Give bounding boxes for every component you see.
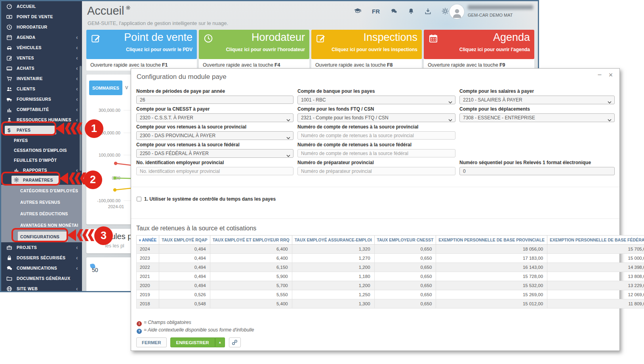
rates-table: ▾ANNÉE TAUX EMPLOYÉ RQAP TAUX EMPLOYÉ ET… xyxy=(136,235,644,308)
table-row[interactable]: 20200,4945,7001,2000,65015 532,0013 229,… xyxy=(137,281,644,290)
column-rrq[interactable]: TAUX EMPLOYÉ ET EMPLOYEUR RRQ xyxy=(210,236,292,245)
sidebar-item-ressources-humaines[interactable]: RESSOURCES HUMAINES ‹ xyxy=(1,115,82,125)
bank-account-select[interactable]: 1001 - RBC xyxy=(297,96,455,104)
sidebar-subitem-categories-employes[interactable]: CATÉGORIES D'EMPLOYÉS xyxy=(1,185,82,196)
svg-text:200,000.00: 200,000.00 xyxy=(99,130,120,135)
chevron-down-icon xyxy=(608,99,612,104)
sidebar-item-projets[interactable]: PROJETS ‹ xyxy=(1,242,82,253)
title-gear-icon[interactable] xyxy=(126,1,131,13)
field-label: Compte pour les déplacements xyxy=(459,106,615,112)
chat-icon[interactable] xyxy=(390,8,398,14)
sidebar-subitem-configurations[interactable]: CONFIGURATIONS xyxy=(1,231,82,242)
preparer-number-input[interactable] xyxy=(297,167,455,175)
chevron-down-icon xyxy=(448,99,452,104)
tile-inspections: Inspections Cliquez ici pour ouvrir les … xyxy=(311,30,422,71)
provincial-employer-id-input[interactable] xyxy=(136,167,293,175)
provincial-das-select[interactable]: 2300 - DAS PROVINCIAL À PAYER xyxy=(136,131,293,140)
field-label: Compte de banque pour les payes xyxy=(297,88,455,94)
sidebar-subitem-rapports[interactable]: RAPPORTS ‹ xyxy=(1,165,82,175)
sidebar-item-accueil[interactable]: ACCUEIL xyxy=(1,1,82,11)
column-exemption-provinciale[interactable]: EXEMPTION PERSONNELLE DE BASE PROVINCIAL… xyxy=(436,236,547,245)
download-icon[interactable] xyxy=(425,8,431,15)
table-row[interactable]: 20210,4945,9001,1800,65015 728,0013 808,… xyxy=(137,272,644,281)
tile-point-de-vente-button[interactable]: Point de vente Cliquez ici pour ouvrir l… xyxy=(86,30,197,59)
truck-icon xyxy=(6,96,12,102)
language-toggle[interactable]: FR xyxy=(372,8,380,15)
table-row[interactable]: 20220,4946,1501,2000,65016 143,0014 398,… xyxy=(137,263,644,272)
sidebar-subitem-feuillets-impot[interactable]: FEUILLETS D'IMPÔT xyxy=(1,155,82,165)
invoice-icon xyxy=(6,65,12,71)
sidebar-item-agenda[interactable]: AGENDA ‹ xyxy=(1,32,82,42)
column-exemption-federale[interactable]: EXEMPTION PERSONNELLE DE BASE FÉDÉRALE xyxy=(547,236,644,245)
federal-das-number-input[interactable] xyxy=(297,149,455,157)
svg-text:-100,000.00: -100,000.00 xyxy=(97,198,120,203)
vehicles-card-title-fragment: ules p xyxy=(111,232,132,241)
sidebar-subitem-parametres[interactable]: PARAMÈTRES xyxy=(1,175,82,185)
sidebar-item-fournisseurs[interactable]: FOURNISSEURS ‹ xyxy=(1,94,82,104)
provincial-das-number-input[interactable] xyxy=(297,131,455,140)
column-rqap[interactable]: TAUX EMPLOYÉ RQAP xyxy=(159,236,210,245)
sidebar-item-communications[interactable]: COMMUNICATIONS ‹ xyxy=(1,263,82,273)
sidebar-subitem-avantages-non-monetaires[interactable]: AVANTAGES NON MONÉTAI... xyxy=(1,219,82,231)
graduation-cap-icon[interactable] xyxy=(354,8,362,14)
vehicles-card-subtitle-fragment: les les pl xyxy=(105,243,124,249)
table-row[interactable]: 20180,5485,4001,3000,65015 012,0011 809,… xyxy=(137,299,644,308)
close-icon[interactable]: × xyxy=(607,71,615,79)
tab-sommaires[interactable]: SOMMAIRES xyxy=(89,80,122,95)
sidebar-item-documents-generaux[interactable]: DOCUMENTS GÉNÉRAUX xyxy=(1,273,82,284)
modal-footer-buttons: FERMER ENREGISTRER ▲ xyxy=(136,337,241,347)
sidebar-item-site-web[interactable]: SITE WEB ‹ xyxy=(1,284,82,291)
sidebar-subitem-autres-deductions[interactable]: AUTRES DÉDUCTIONS xyxy=(1,208,82,219)
periods-input[interactable] xyxy=(136,96,293,104)
sidebar-item-achats[interactable]: ACHATS ‹ xyxy=(1,63,82,73)
column-assurance-emploi[interactable]: TAUX EMPLOYÉ ASSURANCE-EMPLOI xyxy=(292,236,374,245)
config-form: Nombre de périodes de paye par année Com… xyxy=(136,88,615,175)
sidebar-item-dossiers-securises[interactable]: DOSSIERS SÉCURISÉS ‹ xyxy=(1,253,82,263)
account-company: GEM-CAR DEMO MAT xyxy=(468,13,513,17)
calendar-icon xyxy=(429,34,438,45)
table-row[interactable]: 20230,4946,4001,2700,65017 183,0015 000,… xyxy=(137,254,644,263)
tile-horodateur-button[interactable]: Horodateur Cliquez ici pour ouvrir l'hor… xyxy=(199,30,309,59)
sidebar-item-payes[interactable]: $ PAYES xyxy=(1,125,82,135)
column-annee[interactable]: ▾ANNÉE xyxy=(137,236,159,245)
sidebar-item-horodateur[interactable]: HORODATEUR xyxy=(1,22,82,32)
releve1-sequence-input[interactable] xyxy=(459,167,615,175)
account-menu[interactable]: GEM-CAR DEMO MAT xyxy=(450,4,533,19)
settings-gear-icon[interactable] xyxy=(442,8,449,15)
cnesst-account-select[interactable]: 2320 - C.S.S.T. À PAYER xyxy=(136,113,293,122)
travel-account-select[interactable]: 7308 - ESSENCE - ENTREPRISE xyxy=(459,113,615,122)
sidebar-scrollbar[interactable] xyxy=(80,66,82,171)
field-label: Compte pour la CNESST à payer xyxy=(136,106,293,112)
enregistrer-button[interactable]: ENREGISTRER xyxy=(170,337,215,347)
table-row[interactable]: 20190,5265,5501,2500,65015 269,0012 069,… xyxy=(137,290,644,299)
federal-das-select[interactable]: 2250 - DAS FÉDÉRAL À PAYER xyxy=(136,149,293,158)
salaries-account-select[interactable]: 2210 - SALAIRES À PAYER xyxy=(459,96,615,104)
table-row[interactable]: 20240,4946,4001,3200,65018 056,0015 705,… xyxy=(137,245,644,254)
sidebar-item-clients[interactable]: CLIENTS ‹ xyxy=(1,84,82,94)
legend: != Champs obligatoires ?= Aide contextue… xyxy=(137,319,254,334)
screen: ACCUEIL POINT DE VENTE HORODATEUR AGENDA… xyxy=(0,0,644,364)
sidebar-subitem-cessations-emplois[interactable]: CESSATIONS D'EMPLOIS xyxy=(1,145,82,155)
fermer-button[interactable]: FERMER xyxy=(136,337,167,347)
column-cnesst[interactable]: TAUX EMPLOYEUR CNESST xyxy=(374,236,436,245)
sidebar-item-comptabilite[interactable]: COMPTABILITÉ ‹ xyxy=(1,104,82,115)
field-label: Numéro de compte de retenues à la source… xyxy=(297,142,455,148)
time-control-checkbox[interactable] xyxy=(137,197,141,201)
gauge-icon xyxy=(6,3,12,10)
sidebar-item-point-de-vente[interactable]: POINT DE VENTE xyxy=(1,11,82,22)
sidebar-subitem-autres-revenus[interactable]: AUTRES REVENUS xyxy=(1,196,82,208)
field-label: Compte pour les fonds FTQ / CSN xyxy=(297,106,455,112)
save-options-caret[interactable]: ▲ xyxy=(215,337,225,347)
minimize-icon[interactable]: – xyxy=(596,71,604,78)
sidebar-item-ventes[interactable]: VENTES ‹ xyxy=(1,53,82,63)
ftq-account-select[interactable]: 2321 - Compte pour les fonds FTQ / CSN xyxy=(297,113,455,122)
tile-inspections-button[interactable]: Inspections Cliquez ici pour ouvrir les … xyxy=(311,30,422,59)
sidebar-item-inventaire[interactable]: INVENTAIRE ‹ xyxy=(1,73,82,84)
bell-icon[interactable] xyxy=(408,8,414,15)
sidebar-item-vehicules[interactable]: VÉHICULES ‹ xyxy=(1,42,82,53)
help-icon: ? xyxy=(137,329,142,334)
tab-second-partial[interactable]: V xyxy=(125,85,128,90)
link-button[interactable] xyxy=(229,337,241,347)
sidebar-subitem-payes[interactable]: PAYES xyxy=(1,135,82,145)
tile-agenda-button[interactable]: Agenda Cliquez ici pour ouvrir l'agenda xyxy=(424,30,534,59)
